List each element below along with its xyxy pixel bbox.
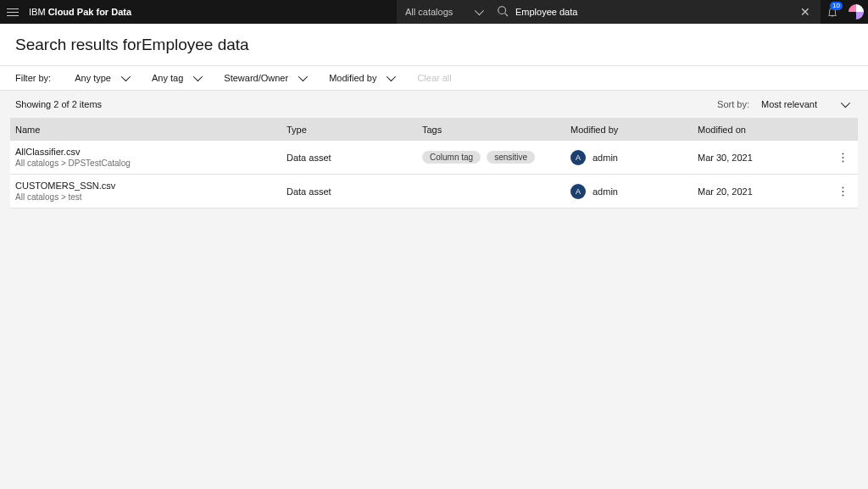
sort-select[interactable]: Most relevant bbox=[761, 99, 853, 109]
breadcrumb: All catalogs > DPSTestCatalog bbox=[15, 158, 287, 168]
catalog-selector[interactable]: All catalogs bbox=[397, 0, 490, 24]
global-header: IBM Cloud Pak for Data All catalogs ✕ 10 bbox=[0, 0, 868, 24]
svg-point-5 bbox=[842, 186, 843, 188]
filter-tag[interactable]: Any tag bbox=[152, 73, 200, 83]
chevron-down-icon bbox=[841, 98, 850, 108]
header-right: 10 bbox=[821, 0, 868, 24]
breadcrumb: All catalogs > test bbox=[15, 192, 287, 202]
col-header-tags[interactable]: Tags bbox=[422, 125, 570, 135]
name-cell: CUSTOMERS_SSN.csv All catalogs > test bbox=[15, 181, 287, 202]
svg-point-0 bbox=[498, 6, 506, 14]
filter-by-label: Filter by: bbox=[15, 73, 51, 83]
chevron-down-icon bbox=[387, 72, 396, 81]
page-title-bar: Search results forEmployee data bbox=[0, 24, 868, 65]
modified-on-cell: Mar 20, 2021 bbox=[698, 186, 832, 197]
notifications-button[interactable]: 10 bbox=[821, 0, 844, 24]
sort-by-label: Sort by: bbox=[717, 99, 749, 109]
hamburger-menu-icon[interactable] bbox=[7, 5, 20, 19]
avatar: A bbox=[570, 184, 586, 199]
clear-search-icon[interactable]: ✕ bbox=[797, 5, 814, 19]
search-icon bbox=[497, 5, 509, 19]
filter-type[interactable]: Any type bbox=[75, 73, 128, 83]
row-overflow-menu[interactable] bbox=[832, 186, 853, 197]
svg-line-1 bbox=[505, 13, 509, 16]
catalog-selector-label: All catalogs bbox=[405, 7, 453, 17]
page-title: Search results forEmployee data bbox=[15, 36, 853, 54]
name-cell: AllClassifier.csv All catalogs > DPSTest… bbox=[15, 147, 287, 168]
svg-point-4 bbox=[842, 160, 843, 162]
modified-by-name: admin bbox=[593, 186, 618, 197]
chevron-down-icon bbox=[121, 72, 131, 81]
type-cell: Data asset bbox=[287, 153, 422, 163]
filter-modified-by[interactable]: Modified by bbox=[329, 73, 393, 83]
chevron-down-icon bbox=[193, 72, 203, 81]
filter-steward[interactable]: Steward/Owner bbox=[224, 73, 305, 83]
modified-by-cell: A admin bbox=[570, 184, 698, 199]
svg-point-2 bbox=[842, 153, 843, 154]
tag-chip[interactable]: sensitive bbox=[487, 151, 535, 164]
sort-group: Sort by: Most relevant bbox=[717, 99, 853, 109]
table-header-row: Name Type Tags Modified by Modified on bbox=[10, 118, 858, 141]
col-header-modified-on[interactable]: Modified on bbox=[698, 125, 832, 135]
notification-badge: 10 bbox=[830, 2, 843, 10]
results-meta-row: Showing 2 of 2 items Sort by: Most relev… bbox=[0, 91, 868, 118]
header-left: IBM Cloud Pak for Data bbox=[0, 5, 397, 19]
chevron-down-icon bbox=[298, 72, 308, 81]
col-header-type[interactable]: Type bbox=[287, 125, 422, 135]
col-header-name[interactable]: Name bbox=[15, 125, 287, 135]
tags-cell: Column tag sensitive bbox=[422, 151, 570, 164]
tag-chip[interactable]: Column tag bbox=[422, 151, 481, 164]
filter-bar: Filter by: Any type Any tag Steward/Owne… bbox=[0, 65, 868, 91]
table-row[interactable]: AllClassifier.csv All catalogs > DPSTest… bbox=[10, 141, 858, 175]
asset-name-link[interactable]: AllClassifier.csv bbox=[15, 147, 287, 157]
chevron-down-icon bbox=[475, 6, 484, 15]
global-search: ✕ bbox=[490, 0, 821, 24]
clear-all-filters[interactable]: Clear all bbox=[417, 73, 451, 83]
svg-point-6 bbox=[842, 191, 843, 192]
row-overflow-menu[interactable] bbox=[832, 153, 853, 163]
search-input[interactable] bbox=[515, 7, 790, 17]
results-count: Showing 2 of 2 items bbox=[15, 99, 102, 109]
col-header-modified-by[interactable]: Modified by bbox=[570, 125, 698, 135]
modified-by-cell: A admin bbox=[570, 150, 698, 165]
modified-on-cell: Mar 30, 2021 bbox=[698, 153, 832, 163]
app-switcher-icon[interactable] bbox=[844, 0, 868, 24]
svg-point-3 bbox=[842, 157, 843, 158]
results-table: Name Type Tags Modified by Modified on A… bbox=[10, 118, 858, 208]
svg-point-7 bbox=[842, 194, 843, 196]
type-cell: Data asset bbox=[287, 186, 422, 197]
modified-by-name: admin bbox=[593, 153, 618, 163]
asset-name-link[interactable]: CUSTOMERS_SSN.csv bbox=[15, 181, 287, 191]
brand-label: IBM Cloud Pak for Data bbox=[29, 7, 131, 17]
avatar: A bbox=[570, 150, 586, 165]
table-row[interactable]: CUSTOMERS_SSN.csv All catalogs > test Da… bbox=[10, 175, 858, 208]
